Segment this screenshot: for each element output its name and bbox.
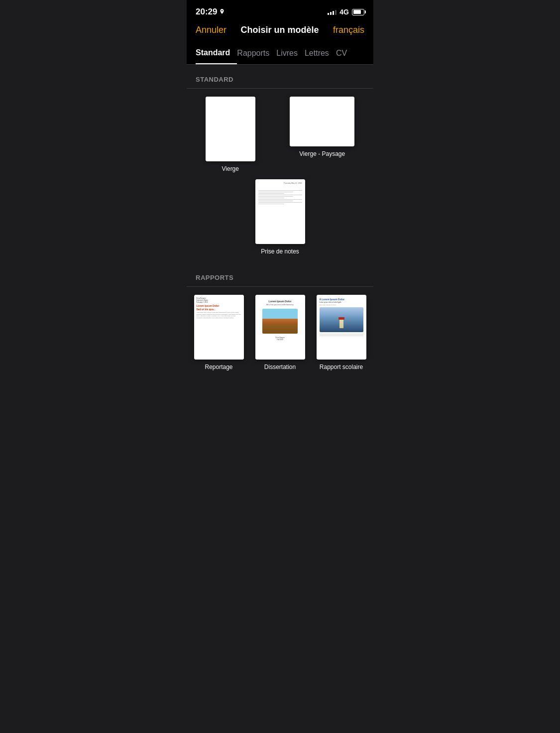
section-header-rapports: RAPPORTS <box>187 263 373 287</box>
thumb-notes-date: Thursday May 22, 2018 <box>258 182 302 184</box>
section-header-standard: STANDARD <box>187 65 373 89</box>
template-label-prise-de-notes: Prise de notes <box>261 248 299 255</box>
thumb-notes: Thursday May 22, 2018 Lorem <box>255 179 305 244</box>
thumb-dissertation: Lorem Ipsum Dolor Ad ut his qua circa mu… <box>255 295 305 360</box>
location-icon <box>219 9 225 15</box>
template-rapport-scolaire[interactable]: A Lorem Ipsum Dolor Lorem ipsum dolor si… <box>317 295 366 370</box>
template-label-vierge-paysage: Vierge - Paysage <box>299 150 345 157</box>
signal-bar-3 <box>333 11 334 15</box>
tab-bar: Standard Rapports Livres Lettres CV <box>187 42 373 65</box>
template-thumb-rapport-scolaire: A Lorem Ipsum Dolor Lorem ipsum dolor si… <box>317 295 366 360</box>
template-label-reportage: Reportage <box>205 364 232 370</box>
template-thumb-reportage: Erica RompenInstructor's NameFebruary 2,… <box>194 295 244 360</box>
rapports-templates-grid: Erica RompenInstructor's NameFebruary 2,… <box>187 287 373 378</box>
template-label-vierge: Vierge <box>222 165 239 172</box>
tab-livres[interactable]: Livres <box>276 43 305 64</box>
template-label-dissertation: Dissertation <box>264 364 296 370</box>
tab-cv[interactable]: CV <box>336 43 354 64</box>
signal-bar-2 <box>330 12 332 15</box>
status-time: 20:29 <box>196 7 225 17</box>
template-thumb-dissertation: Lorem Ipsum Dolor Ad ut his qua circa mu… <box>255 295 305 360</box>
language-button[interactable]: français <box>333 25 364 35</box>
tab-lettres[interactable]: Lettres <box>305 43 336 64</box>
template-vierge-paysage[interactable]: Vierge - Paysage <box>290 97 354 172</box>
status-bar: 20:29 4G <box>187 0 373 20</box>
battery-icon <box>352 9 364 15</box>
status-right: 4G <box>328 8 364 16</box>
dissertation-canyon-image <box>262 309 297 334</box>
template-reportage[interactable]: Erica RompenInstructor's NameFebruary 2,… <box>194 295 244 370</box>
page-title: Choisir un modèle <box>240 25 319 35</box>
rapport-lighthouse-image <box>320 307 363 332</box>
signal-bars <box>328 9 336 15</box>
template-label-rapport-scolaire: Rapport scolaire <box>320 364 363 370</box>
thumb-blank <box>206 97 255 161</box>
template-prise-de-notes[interactable]: Thursday May 22, 2018 Lorem Prise de not… <box>255 179 305 255</box>
standard-templates-grid: Vierge Vierge - Paysage Thursday May 22,… <box>187 89 373 263</box>
template-thumb-vierge-paysage <box>290 97 354 146</box>
template-dissertation[interactable]: Lorem Ipsum Dolor Ad ut his qua circa mu… <box>255 295 305 370</box>
signal-bar-4 <box>335 10 336 15</box>
template-vierge[interactable]: Vierge <box>206 97 255 172</box>
thumb-rapport: A Lorem Ipsum Dolor Lorem ipsum dolor si… <box>317 295 366 360</box>
thumb-reportage: Erica RompenInstructor's NameFebruary 2,… <box>194 295 244 360</box>
nav-header: Annuler Choisir un modèle français <box>187 20 373 42</box>
template-thumb-prise-de-notes: Thursday May 22, 2018 Lorem <box>255 179 305 244</box>
network-type: 4G <box>339 8 349 16</box>
signal-bar-1 <box>328 13 329 15</box>
tab-rapports[interactable]: Rapports <box>237 43 276 64</box>
template-thumb-vierge <box>206 97 255 161</box>
thumb-notes-title: Lorem <box>258 186 302 189</box>
main-content: STANDARD Vierge Vierge - Paysage Thursda… <box>187 65 373 378</box>
tab-standard[interactable]: Standard <box>196 42 237 64</box>
cancel-button[interactable]: Annuler <box>196 25 226 35</box>
thumb-landscape <box>290 97 354 146</box>
battery-fill <box>353 10 361 14</box>
